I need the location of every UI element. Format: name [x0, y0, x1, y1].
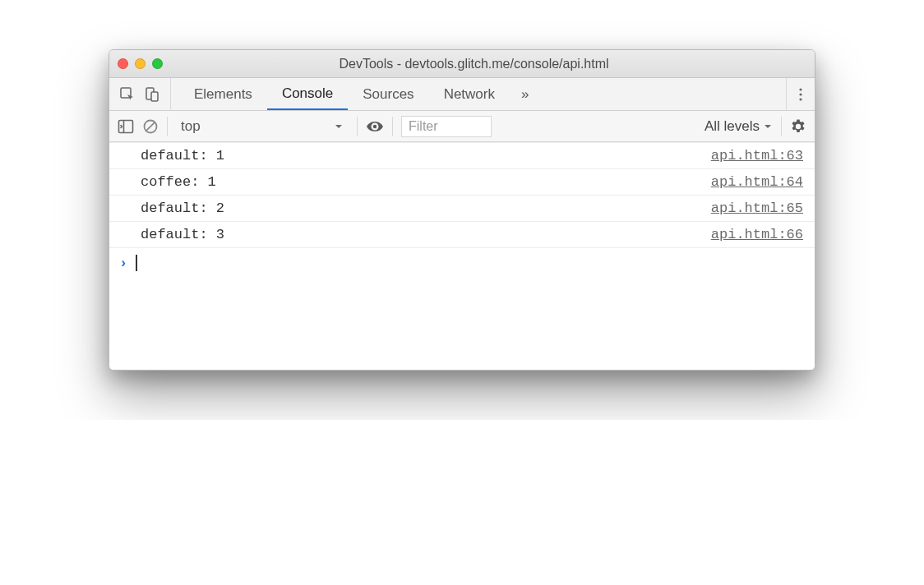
- tab-network[interactable]: Network: [429, 78, 510, 110]
- message-source-link[interactable]: api.html:63: [711, 148, 803, 164]
- message-source-link[interactable]: api.html:64: [711, 174, 803, 190]
- window-titlebar: DevTools - devtools.glitch.me/console/ap…: [109, 50, 815, 78]
- tab-elements[interactable]: Elements: [179, 78, 267, 110]
- svg-rect-2: [151, 92, 158, 101]
- log-levels-selector[interactable]: All levels: [705, 118, 773, 135]
- window-title: DevTools - devtools.glitch.me/console/ap…: [141, 57, 806, 71]
- message-text: coffee: 1: [141, 174, 216, 190]
- filter-input[interactable]: [401, 116, 492, 137]
- svg-point-10: [373, 124, 377, 127]
- console-message-row: default: 3 api.html:66: [109, 222, 815, 248]
- clear-console-icon[interactable]: [142, 118, 159, 135]
- console-sidebar-toggle-icon[interactable]: [118, 119, 134, 134]
- inspect-element-icon[interactable]: [119, 86, 136, 103]
- message-source-link[interactable]: api.html:65: [711, 200, 803, 216]
- divider: [167, 117, 168, 136]
- text-cursor: [136, 255, 137, 271]
- message-source-link[interactable]: api.html:66: [711, 227, 803, 242]
- divider: [392, 117, 393, 136]
- devtools-window: DevTools - devtools.glitch.me/console/ap…: [109, 49, 815, 371]
- context-label: top: [181, 118, 201, 135]
- console-messages: default: 1 api.html:63 coffee: 1 api.htm…: [109, 142, 815, 370]
- console-settings-icon[interactable]: [790, 118, 806, 135]
- divider: [357, 117, 358, 136]
- console-prompt[interactable]: ›: [109, 248, 815, 370]
- svg-point-5: [799, 98, 802, 100]
- tab-console[interactable]: Console: [267, 78, 348, 110]
- tab-sources[interactable]: Sources: [348, 78, 428, 110]
- panel-tabbar: Elements Console Sources Network »: [109, 78, 815, 111]
- execution-context-selector[interactable]: top: [176, 118, 349, 135]
- svg-point-3: [799, 88, 802, 90]
- close-window-button[interactable]: [118, 58, 128, 69]
- svg-rect-6: [119, 120, 133, 132]
- chevron-down-icon: [334, 122, 344, 131]
- live-expression-icon[interactable]: [366, 120, 384, 133]
- chevron-down-icon: [763, 122, 773, 131]
- svg-point-4: [799, 93, 802, 95]
- divider: [781, 117, 782, 136]
- message-text: default: 1: [141, 148, 224, 164]
- device-toolbar-icon[interactable]: [144, 86, 160, 103]
- console-message-row: coffee: 1 api.html:64: [109, 169, 815, 196]
- svg-line-9: [146, 122, 155, 130]
- message-text: default: 2: [141, 200, 224, 216]
- tabs-overflow-button[interactable]: »: [510, 78, 540, 110]
- kebab-menu-icon[interactable]: [798, 86, 803, 103]
- console-message-row: default: 1 api.html:63: [109, 142, 815, 169]
- levels-label: All levels: [705, 118, 760, 135]
- console-message-row: default: 2 api.html:65: [109, 196, 815, 222]
- panel-tabs: Elements Console Sources Network »: [171, 78, 786, 110]
- message-text: default: 3: [141, 227, 224, 242]
- prompt-chevron-icon: ›: [119, 256, 127, 271]
- console-toolbar: top All levels: [109, 111, 815, 142]
